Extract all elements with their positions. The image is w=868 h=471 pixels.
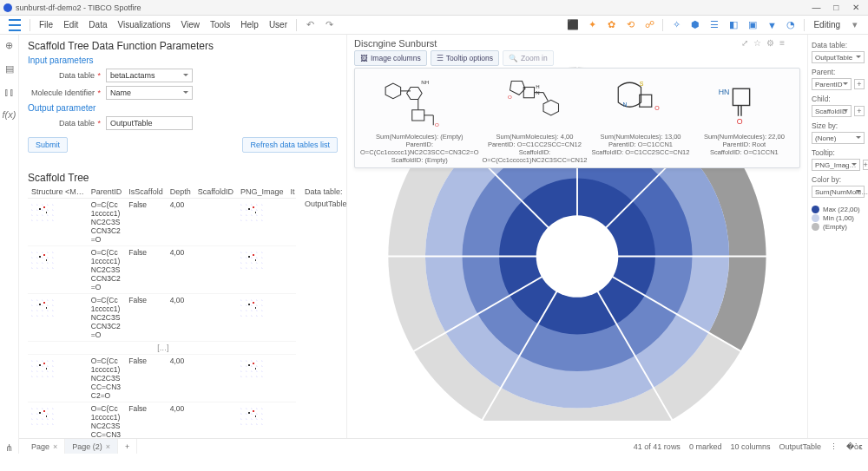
- page-tab-1[interactable]: Page×: [24, 439, 65, 454]
- col-parentid[interactable]: ParentID: [88, 186, 126, 199]
- structure-thumb: [31, 296, 57, 317]
- prop-child-select[interactable]: ScaffoldID: [812, 105, 852, 117]
- redo-icon[interactable]: ↷: [323, 19, 335, 31]
- toolbar-icon-9[interactable]: ◧: [727, 19, 740, 31]
- editing-mode[interactable]: Editing: [813, 20, 840, 29]
- toolbar-icon-7[interactable]: ⬢: [689, 19, 701, 31]
- minimize-button[interactable]: —: [807, 3, 825, 12]
- table-row[interactable]: O=C(Cc1ccccc1)NC2C3SCCN3C2=OFalse4,00: [28, 294, 296, 342]
- menu-file[interactable]: File: [39, 20, 53, 29]
- prop-parent-add[interactable]: +: [854, 79, 865, 89]
- add-page-tab[interactable]: +: [118, 439, 137, 454]
- menu-help[interactable]: Help: [240, 20, 259, 29]
- hamburger-icon[interactable]: [9, 19, 21, 31]
- svg-marker-28: [543, 100, 559, 115]
- viz-tool-menu-icon[interactable]: ≡: [779, 38, 785, 48]
- prop-size-select[interactable]: (None): [812, 132, 865, 144]
- toolbar-icon-2[interactable]: ✦: [586, 19, 598, 31]
- chip-zoom-in[interactable]: 🔍 Zoom in: [503, 50, 554, 66]
- tooltip-molecule: HNO: [483, 72, 588, 133]
- chip-tooltip-options[interactable]: ☰ Tooltip options: [431, 50, 499, 66]
- filter-icon[interactable]: ▼: [766, 19, 778, 31]
- toolbar-icon-1[interactable]: ⬛: [567, 19, 579, 31]
- menu-edit[interactable]: Edit: [63, 20, 78, 29]
- menubar: File Edit Data Visualizations View Tools…: [0, 16, 868, 35]
- status-grip-icon[interactable]: �òԑ: [846, 442, 863, 451]
- col-isscaf[interactable]: IsScaffold: [125, 186, 166, 199]
- close-icon[interactable]: ×: [106, 442, 110, 451]
- prop-tooltip-select[interactable]: PNG_Imag…: [812, 159, 860, 171]
- svg-text:NH: NH: [421, 79, 429, 85]
- search-icon: 🔍: [509, 54, 518, 62]
- output-param-header: Output parameter: [19, 101, 346, 114]
- input-out-table[interactable]: OutputTable: [106, 116, 193, 130]
- maximize-button[interactable]: □: [827, 3, 845, 12]
- menu-user[interactable]: User: [269, 20, 287, 29]
- page-tab-2[interactable]: Page (2)×: [65, 439, 118, 454]
- table-row[interactable]: O=C(Cc1ccccc1)NC2C3SCC=CN3C2=OFalse4,00: [28, 402, 296, 439]
- side-dt-label: Data table:: [301, 186, 346, 198]
- close-icon[interactable]: ×: [53, 442, 57, 451]
- sidebar-add-icon[interactable]: ⊕: [5, 40, 13, 51]
- toolbar-icon-4[interactable]: ⟲: [624, 19, 636, 31]
- chip-image-columns[interactable]: 🖼 Image columns: [354, 50, 427, 66]
- chevron-down-icon[interactable]: ▾: [849, 19, 861, 31]
- toolbar-icon-5[interactable]: ☍: [643, 19, 655, 31]
- menu-tools[interactable]: Tools: [210, 20, 230, 29]
- svg-marker-19: [412, 110, 424, 121]
- prop-color-select[interactable]: Sum(NumMole…: [812, 186, 865, 198]
- label-out-table: Data table *: [28, 119, 106, 128]
- prop-dt-select[interactable]: OutputTable: [812, 51, 865, 63]
- prop-size-label: Size by:: [812, 121, 865, 130]
- select-data-table[interactable]: betaLactams: [106, 69, 193, 82]
- col-scafid[interactable]: ScaffoldID: [194, 186, 237, 199]
- prop-tooltip-add[interactable]: +: [863, 160, 868, 170]
- status-marked: 0 marked: [689, 442, 722, 451]
- sidebar-share-icon[interactable]: ⋔: [5, 442, 13, 454]
- toolbar-icon-10[interactable]: ▣: [746, 19, 759, 31]
- select-mol-id[interactable]: Name: [106, 86, 193, 100]
- prop-color-label: Color by:: [812, 175, 865, 184]
- sidebar-fx-icon[interactable]: f(x): [3, 109, 16, 120]
- undo-icon[interactable]: ↶: [304, 19, 316, 31]
- prop-child-add[interactable]: +: [854, 106, 865, 116]
- table-row[interactable]: O=C(Cc1ccccc1)NC2C3SCCN3C2=OFalse4,00: [28, 246, 296, 294]
- sidebar-table-icon[interactable]: ▤: [5, 63, 14, 75]
- sidebar-chart-icon[interactable]: ⫿⫿: [4, 87, 15, 97]
- color-legend: Max (22,00) Min (1,00) (Empty): [812, 205, 865, 232]
- status-more-icon[interactable]: ⋮: [830, 442, 838, 451]
- close-button[interactable]: ✕: [847, 3, 865, 12]
- table-row[interactable]: O=C(Cc1ccccc1)NC2C3SCCN3C2=OFalse4,00: [28, 199, 296, 246]
- refresh-button[interactable]: Refresh data tables list: [242, 137, 338, 153]
- left-column: Scaffold Tree Data Function Parameters I…: [19, 35, 347, 438]
- menu-view[interactable]: View: [181, 20, 200, 29]
- toolbar-icon-6[interactable]: ✧: [670, 19, 682, 31]
- more-rows[interactable]: […]: [28, 342, 296, 355]
- col-it[interactable]: It: [287, 186, 296, 199]
- svg-text:HN: HN: [719, 88, 730, 96]
- menu-visualizations[interactable]: Visualizations: [117, 20, 170, 29]
- col-png[interactable]: PNG_Image: [237, 186, 287, 199]
- toolbar-icon-8[interactable]: ☰: [708, 19, 720, 31]
- toolbar-icon-3[interactable]: ✿: [605, 19, 617, 31]
- svg-rect-36: [733, 88, 749, 105]
- structure-thumb: [31, 404, 57, 425]
- menu-data[interactable]: Data: [89, 20, 107, 29]
- col-structure[interactable]: Structure <M…: [28, 186, 88, 199]
- col-depth[interactable]: Depth: [167, 186, 194, 199]
- app-icon: [3, 3, 12, 12]
- viz-tool-expand-icon[interactable]: ⤢: [741, 38, 748, 48]
- prop-tooltip-label: Tooltip:: [812, 148, 865, 157]
- scaffold-table[interactable]: Structure <M… ParentID IsScaffold Depth …: [28, 186, 296, 438]
- viz-tool-settings-icon[interactable]: ⚙: [766, 38, 774, 48]
- toolbar-icon-12[interactable]: ◔: [785, 19, 797, 31]
- prop-parent-select[interactable]: ParentID: [812, 78, 852, 90]
- tooltip-card: NHOSum(NumMolecules): (Empty)ParentID: O…: [354, 68, 800, 168]
- tooltip-molecule: NHO: [360, 72, 479, 133]
- svg-text:O: O: [435, 121, 439, 128]
- submit-button[interactable]: Submit: [28, 137, 68, 153]
- viz-tool-star-icon[interactable]: ☆: [753, 38, 761, 48]
- table-row[interactable]: O=C(Cc1ccccc1)NC2C3SCC=CN3C2=OFalse4,00: [28, 355, 296, 402]
- tooltip-item: HNOSum(NumMolecules): 22,00ParentID: Roo…: [694, 72, 794, 164]
- tooltip-item: SNOSum(NumMolecules): 13,00ParentID: O=C…: [590, 72, 690, 164]
